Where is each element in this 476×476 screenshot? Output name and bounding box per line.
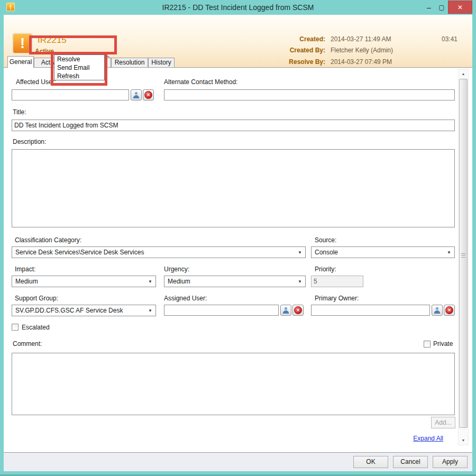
comment-textarea[interactable]: [12, 353, 455, 415]
resolve-by-label: Resolve By:: [230, 58, 325, 66]
minimize-button[interactable]: –: [423, 2, 435, 13]
apply-button[interactable]: Apply: [433, 456, 468, 468]
scroll-up-button[interactable]: ▲: [459, 69, 468, 78]
alternate-contact-input[interactable]: [164, 89, 455, 100]
affected-user-label: Affected User:: [16, 78, 56, 86]
window-title: IR2215 - DD Test Incident Logged from SC…: [0, 3, 476, 12]
source-label: Source:: [315, 236, 336, 244]
private-checkbox[interactable]: [424, 341, 431, 347]
delete-icon: ✕: [294, 306, 302, 314]
maximize-button[interactable]: ▢: [436, 2, 447, 13]
title-input[interactable]: [12, 120, 455, 131]
support-group-value: SV.GP.DD.CFS.GSC AF Service Desk: [15, 307, 123, 314]
support-group-label: Support Group:: [15, 295, 58, 302]
comment-label: Comment:: [13, 340, 42, 347]
source-dropdown[interactable]: Console ▼: [311, 246, 455, 258]
sla-timer: 03:41: [374, 35, 457, 43]
scrollbar[interactable]: ▲ ▼: [458, 69, 469, 445]
priority-input: [311, 276, 363, 287]
primary-owner-label: Primary Owner:: [315, 295, 359, 302]
chevron-down-icon: ▼: [298, 279, 302, 284]
pick-assigned-user-button[interactable]: [280, 305, 291, 316]
impact-value: Medium: [15, 278, 38, 285]
clear-primary-owner-button[interactable]: ✕: [444, 305, 455, 316]
tab-history[interactable]: History: [148, 58, 175, 67]
clear-assigned-user-button[interactable]: ✕: [292, 305, 304, 316]
tab-general[interactable]: General: [7, 56, 34, 68]
cancel-button[interactable]: Cancel: [393, 456, 428, 468]
classification-dropdown[interactable]: Service Desk Services\Service Desk Servi…: [12, 246, 306, 258]
primary-owner-input[interactable]: [311, 305, 430, 316]
source-value: Console: [315, 249, 338, 256]
private-label: Private: [433, 340, 453, 347]
clear-affected-user-button[interactable]: ✕: [143, 89, 154, 100]
chevron-down-icon: ▼: [148, 279, 152, 284]
ok-button[interactable]: OK: [353, 456, 388, 468]
add-comment-button[interactable]: Add...: [431, 417, 455, 428]
affected-user-input[interactable]: [12, 89, 129, 100]
description-textarea[interactable]: [12, 149, 455, 227]
chevron-down-icon: ▼: [148, 308, 152, 313]
escalated-checkbox[interactable]: [12, 324, 19, 331]
scroll-down-button[interactable]: ▼: [459, 436, 468, 445]
description-label: Description:: [13, 138, 46, 145]
priority-label: Priority:: [315, 266, 336, 273]
person-icon: [133, 91, 140, 99]
delete-icon: ✕: [445, 306, 453, 314]
created-by-value: Fletcher Kelly (Admin): [331, 47, 393, 54]
assigned-user-label: Assigned User:: [164, 295, 207, 302]
titlebar: ! IR2215 - DD Test Incident Logged from …: [0, 0, 476, 15]
expand-all-link[interactable]: Expand All: [390, 435, 443, 442]
annotation-rect-menu: [51, 52, 107, 86]
assigned-user-input[interactable]: [164, 305, 279, 316]
annotation-rect-tasks: [29, 35, 117, 54]
person-icon: [434, 307, 441, 314]
urgency-value: Medium: [168, 278, 190, 285]
chevron-down-icon: ▼: [298, 250, 302, 255]
incident-window: ! IR2215 - DD Test Incident Logged from …: [0, 0, 476, 476]
classification-label: Classification Category:: [15, 236, 81, 244]
tab-resolution[interactable]: Resolution: [111, 58, 148, 67]
escalated-label: Escalated: [22, 324, 50, 331]
pick-primary-owner-button[interactable]: [432, 305, 443, 316]
scroll-thumb[interactable]: [459, 79, 468, 428]
chevron-down-icon: ▼: [447, 250, 451, 255]
delete-icon: ✕: [144, 91, 152, 99]
alternate-contact-label: Alternate Contact Method:: [164, 78, 237, 86]
close-button[interactable]: ✕: [448, 1, 472, 14]
title-label: Title:: [13, 108, 26, 116]
created-by-label: Created By:: [230, 47, 325, 54]
pick-affected-user-button[interactable]: [131, 89, 142, 100]
resolve-by-value: 2014-03-27 07:49 PM: [331, 58, 392, 66]
urgency-dropdown[interactable]: Medium ▼: [164, 276, 306, 287]
impact-dropdown[interactable]: Medium ▼: [12, 276, 156, 287]
urgency-label: Urgency:: [164, 266, 189, 273]
created-label: Created:: [230, 35, 325, 43]
support-group-dropdown[interactable]: SV.GP.DD.CFS.GSC AF Service Desk ▼: [12, 305, 156, 316]
classification-value: Service Desk Services\Service Desk Servi…: [15, 249, 144, 256]
impact-label: Impact:: [15, 266, 35, 273]
person-icon: [282, 307, 289, 314]
scroll-grip-icon: [461, 253, 465, 258]
